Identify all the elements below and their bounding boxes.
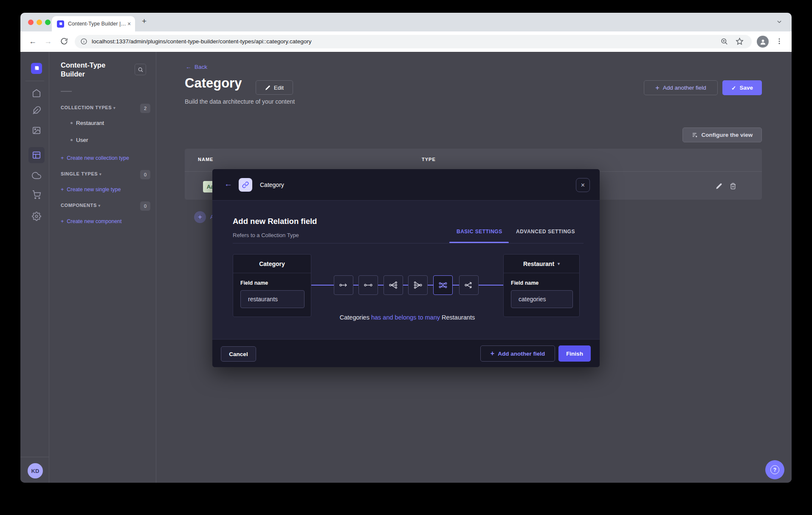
create-collection-type-link[interactable]: + Create new collection type [61,155,129,161]
relation-one-way-icon[interactable] [334,275,353,295]
minimize-window-button[interactable] [37,20,42,25]
browser-tab[interactable]: Content-Type Builder | Strapi × [52,16,135,31]
arrow-left-icon: ← [186,64,192,70]
question-mark-icon: ? [770,465,779,474]
content-type-builder-icon[interactable] [32,150,41,160]
strapi-logo-icon[interactable] [31,63,42,74]
site-info-icon[interactable] [80,38,87,45]
sidebar-item-user[interactable]: User [70,137,88,143]
cloud-icon[interactable] [32,171,41,180]
zoom-icon[interactable] [720,37,728,45]
plus-icon: + [61,187,64,192]
finish-button[interactable]: Finish [558,345,591,362]
section-components[interactable]: COMPONENTS ▾ [61,203,101,208]
chevron-down-icon: ▾ [99,204,101,208]
source-type-box: Category Field name [233,254,311,317]
add-field-row-button[interactable]: + [194,211,206,223]
section-single-types[interactable]: SINGLE TYPES ▾ [61,171,102,176]
back-icon[interactable]: ← [29,37,37,46]
tab-search-chevron-icon[interactable] [776,19,782,25]
relation-one-to-many-icon[interactable] [383,275,403,295]
url-text[interactable]: localhost:1337/admin/plugins/content-typ… [92,38,312,45]
configure-view-button[interactable]: Configure the view [682,127,762,142]
source-type-title: Category [233,255,311,273]
settings-gear-icon[interactable] [32,212,41,221]
new-tab-button[interactable]: + [142,17,147,26]
chevron-down-icon: ▾ [113,106,116,110]
target-type-box: Restaurant ▾ Field name [503,254,580,317]
media-library-icon[interactable] [32,126,41,135]
delete-field-icon[interactable] [730,183,736,190]
add-another-field-button[interactable]: +Add another field [644,80,718,95]
main-nav-rail: KD [20,52,49,483]
search-button[interactable] [135,64,146,75]
pencil-icon [265,85,271,91]
forward-icon[interactable]: → [44,37,52,46]
panel-title: Content-Type Builder [61,61,129,79]
column-header-type: TYPE [422,157,436,162]
close-icon: × [581,181,585,189]
list-settings-icon [692,132,698,138]
cancel-button[interactable]: Cancel [221,346,256,362]
tab-close-icon[interactable]: × [127,20,131,27]
single-types-count-badge: 0 [140,170,150,179]
target-field-label: Field name [511,280,539,286]
rail-divider [25,81,44,81]
plus-icon: + [491,350,494,357]
chevron-down-icon: ▾ [558,261,560,266]
modal-close-button[interactable]: × [576,178,590,192]
tab-advanced-settings[interactable]: ADVANCED SETTINGS [516,229,575,235]
modal-divider [233,243,584,243]
relation-many-to-many-icon[interactable] [433,275,453,295]
title-divider [61,91,72,92]
browser-tab-bar: Content-Type Builder | Strapi × + [20,13,792,31]
check-icon: ✓ [731,85,736,91]
edit-button[interactable]: Edit [256,80,293,95]
source-field-input[interactable] [240,290,304,308]
browser-profile-avatar[interactable] [757,36,769,48]
edit-field-icon[interactable] [716,183,722,190]
modal-header: ← Category × [212,169,600,201]
modal-back-icon[interactable]: ← [224,179,232,189]
fullscreen-window-button[interactable] [45,20,51,25]
modal-title: Add new Relation field [233,217,317,226]
components-count-badge: 0 [140,201,150,211]
target-type-select[interactable]: Restaurant ▾ [504,255,579,273]
create-single-type-link[interactable]: + Create new single type [61,187,121,192]
home-icon[interactable] [32,88,41,98]
column-header-name: NAME [198,157,213,162]
plus-icon: + [655,84,659,92]
bullet-icon [70,122,73,124]
section-collection-types[interactable]: COLLECTION TYPES ▾ [61,105,116,110]
browser-toolbar: ← → localhost:1337/admin/plugins/content… [20,31,792,52]
modal-subtitle: Refers to a Collection Type [233,232,299,238]
create-component-link[interactable]: + Create new component [61,218,122,224]
bookmark-star-icon[interactable] [736,37,744,45]
relation-sentence: Categories has and belongs to many Resta… [311,314,503,321]
content-manager-icon[interactable] [32,106,41,115]
modal-add-another-field-button[interactable]: +Add another field [480,345,555,362]
collection-types-count-badge: 2 [140,104,150,113]
tab-title: Content-Type Builder | Strapi [68,21,127,27]
sidebar-item-restaurant[interactable]: Restaurant [70,120,104,126]
browser-menu-icon[interactable] [775,37,783,45]
page-title: Category [185,76,242,91]
screenshot-canvas: Content-Type Builder | Strapi × + ← → lo… [0,0,812,515]
target-field-input[interactable] [511,290,573,308]
tab-basic-settings[interactable]: BASIC SETTINGS [457,229,502,235]
back-link[interactable]: ← Back [186,64,207,70]
help-button[interactable]: ? [765,460,784,479]
save-button[interactable]: ✓Save [722,80,762,95]
close-window-button[interactable] [28,20,34,25]
marketplace-cart-icon[interactable] [32,190,41,199]
source-field-label: Field name [240,280,268,286]
rail-bottom-divider [20,457,49,457]
user-avatar[interactable]: KD [28,463,43,478]
relation-one-to-one-icon[interactable] [358,275,378,295]
relation-many-to-one-icon[interactable] [408,275,428,295]
address-bar[interactable]: localhost:1337/admin/plugins/content-typ… [75,35,752,48]
relation-field-modal: ← Category × Add new Relation field Refe… [212,169,600,367]
reload-icon[interactable] [60,37,68,45]
modal-footer: Cancel +Add another field Finish [212,339,600,367]
relation-many-way-icon[interactable] [459,275,479,295]
